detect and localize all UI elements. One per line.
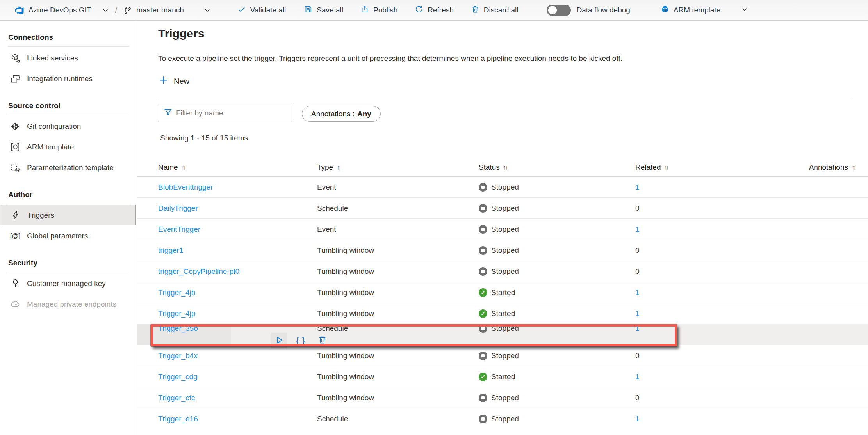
chevron-down-icon (102, 7, 109, 14)
data-flow-debug-toggle[interactable] (547, 5, 571, 16)
trigger-type: Tumbling window (317, 267, 479, 276)
branch-selector[interactable]: master branch (123, 6, 210, 14)
trigger-name-link[interactable]: Trigger_e16 (158, 415, 198, 423)
table-row-eventtrigger[interactable]: EventTriggerEventStopped1 (137, 219, 868, 240)
sidebar-item-label: Parameterization template (27, 163, 114, 172)
annotations-filter[interactable]: Annotations : Any (302, 106, 381, 122)
table-row-trigger-4jb[interactable]: Trigger_4jbTumbling windowStarted1 (137, 282, 868, 303)
table-row-trigger-cdg[interactable]: Trigger_cdgTumbling windowStarted1 (137, 366, 868, 387)
sidebar-item-label: ARM template (27, 143, 74, 151)
table-row-trigger-cfc[interactable]: Trigger_cfcTumbling windowStopped0 (137, 387, 868, 408)
arm-template-icon (10, 142, 21, 152)
trigger-name-link[interactable]: Trigger_b4x (158, 352, 198, 360)
column-label: Type (317, 163, 333, 172)
trigger-name-link[interactable]: Trigger_cdg (158, 373, 198, 381)
column-header-annotations[interactable]: Annotations↑↓ (809, 163, 855, 172)
trigger-name-link[interactable]: trigger_CopyPipeline-pl0 (158, 267, 239, 275)
related-count-link[interactable]: 1 (635, 225, 640, 233)
integration-runtimes-icon (10, 74, 21, 84)
related-count: 0 (635, 246, 640, 254)
column-header-status[interactable]: Status↑↓ (479, 163, 635, 172)
toggle-knob (548, 6, 557, 14)
status-stopped-icon (479, 415, 487, 423)
cloud-icon (10, 299, 21, 309)
table-row-trigger-4jp[interactable]: Trigger_4jpTumbling windowStarted1 (137, 303, 868, 324)
git-icon (10, 122, 21, 131)
plus-icon (159, 75, 168, 87)
trigger-name-link[interactable]: EventTrigger (158, 225, 200, 233)
new-trigger-button[interactable]: New (159, 75, 189, 87)
trigger-name-link[interactable]: BlobEventtrigger (158, 183, 213, 191)
sidebar-item-triggers[interactable]: Triggers (0, 205, 136, 225)
filter-box (159, 105, 292, 121)
left-sidebar: ConnectionsLinked servicesIntegration ru… (0, 21, 137, 435)
sidebar-item-linked-services[interactable]: Linked services (0, 48, 137, 68)
table-row-dailytrigger[interactable]: DailyTriggerScheduleStopped0 (137, 198, 868, 219)
table-row-trigger-b4x[interactable]: Trigger_b4xTumbling windowStopped0 (137, 345, 868, 366)
divider (8, 272, 129, 272)
trigger-name-link[interactable]: Trigger_cfc (158, 394, 195, 402)
sort-icon[interactable]: ↑↓ (852, 164, 855, 170)
divider (8, 115, 129, 115)
arm-template-menu[interactable]: ARM template (661, 5, 748, 16)
status-stopped-icon (479, 324, 487, 333)
sort-icon[interactable]: ↑↓ (665, 164, 668, 170)
trigger-status: Started (479, 309, 635, 318)
related-count: 0 (635, 204, 640, 212)
trigger-status: Stopped (479, 246, 635, 255)
table-row-trigger1[interactable]: trigger1Tumbling windowStopped0 (137, 240, 868, 261)
trigger-name-link[interactable]: trigger1 (158, 246, 183, 254)
column-label: Name (158, 163, 178, 172)
save-icon (304, 5, 312, 16)
table-row-trigger-copypipeline-pl0[interactable]: trigger_CopyPipeline-pl0Tumbling windowS… (137, 261, 868, 282)
sidebar-item-parameterization-template[interactable]: @Parameterization template (0, 157, 137, 178)
sidebar-item-global-parameters[interactable]: [@]Global parameters (0, 225, 137, 246)
separator: / (115, 5, 118, 15)
column-label: Related (635, 163, 661, 172)
refresh-icon (415, 5, 423, 16)
publish-button[interactable]: Publish (360, 5, 397, 16)
sort-icon[interactable]: ↑↓ (337, 164, 340, 170)
sort-icon[interactable]: ↑↓ (503, 164, 507, 170)
sidebar-item-label: Git configuration (27, 122, 81, 131)
validate-all-button[interactable]: Validate all (237, 5, 286, 16)
arm-template-cube-icon (661, 5, 669, 16)
related-count-link[interactable]: 1 (635, 373, 640, 381)
triggers-page: Triggers To execute a pipeline set the t… (137, 21, 868, 435)
table-row-blobeventtrigger[interactable]: BlobEventtriggerEventStopped1 (137, 177, 868, 198)
trigger-name-link[interactable]: Trigger_35o (158, 324, 198, 332)
trigger-type: Tumbling window (317, 394, 479, 402)
trigger-name-link[interactable]: Trigger_4jb (158, 288, 195, 297)
sidebar-item-arm-template[interactable]: ARM template (0, 137, 137, 157)
sidebar-item-git-configuration[interactable]: Git configuration (0, 116, 137, 137)
column-header-related[interactable]: Related↑↓ (635, 163, 773, 172)
trigger-status: Stopped (479, 183, 635, 192)
trigger-type: Tumbling window (317, 309, 479, 318)
table-row-trigger-35o[interactable]: Trigger_35oScheduleStopped1{ } (137, 324, 868, 345)
related-count-link[interactable]: 1 (635, 309, 640, 318)
trigger-status: Stopped (479, 225, 635, 234)
trigger-name-link[interactable]: DailyTrigger (158, 204, 198, 212)
column-header-name[interactable]: Name↑↓ (158, 163, 317, 172)
sort-icon[interactable]: ↑↓ (182, 164, 185, 170)
column-header-type[interactable]: Type↑↓ (317, 163, 479, 172)
discard-all-button[interactable]: Discard all (471, 5, 519, 16)
triggers-table: BlobEventtriggerEventStopped1DailyTrigge… (137, 177, 868, 430)
save-all-button[interactable]: Save all (304, 5, 343, 16)
azure-devops-icon (15, 5, 24, 15)
trigger-name-link[interactable]: Trigger_4jp (158, 309, 195, 318)
branch-label: master branch (136, 6, 184, 14)
status-stopped-icon (479, 183, 487, 192)
related-count-link[interactable]: 1 (635, 183, 640, 191)
triggers-icon (10, 211, 21, 220)
table-row-trigger-e16[interactable]: Trigger_e16ScheduleStopped1 (137, 408, 868, 430)
repo-selector[interactable]: Azure DevOps GIT (15, 5, 109, 15)
sidebar-item-integration-runtimes[interactable]: Integration runtimes (0, 68, 137, 89)
sidebar-item-label: Integration runtimes (27, 75, 93, 83)
related-count-link[interactable]: 1 (635, 415, 640, 423)
related-count-link[interactable]: 1 (635, 288, 640, 297)
filter-by-name-input[interactable] (176, 109, 287, 117)
related-count-link[interactable]: 1 (635, 324, 640, 332)
refresh-button[interactable]: Refresh (415, 5, 454, 16)
sidebar-item-customer-managed-key[interactable]: Customer managed key (0, 273, 137, 294)
